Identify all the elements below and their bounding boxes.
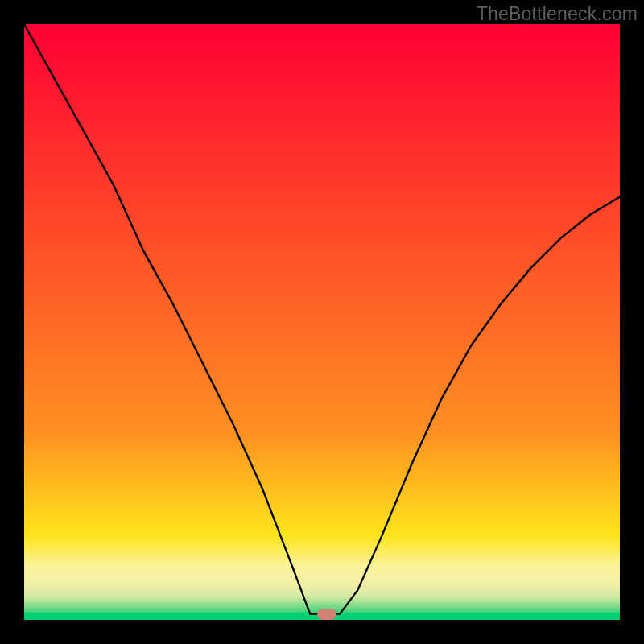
optimal-marker <box>317 609 336 620</box>
watermark-text: TheBottleneck.com <box>477 3 638 25</box>
bottleneck-curve <box>24 24 620 614</box>
chart-frame: TheBottleneck.com <box>0 0 644 644</box>
plot-area <box>24 24 620 620</box>
curve-svg <box>24 24 620 620</box>
